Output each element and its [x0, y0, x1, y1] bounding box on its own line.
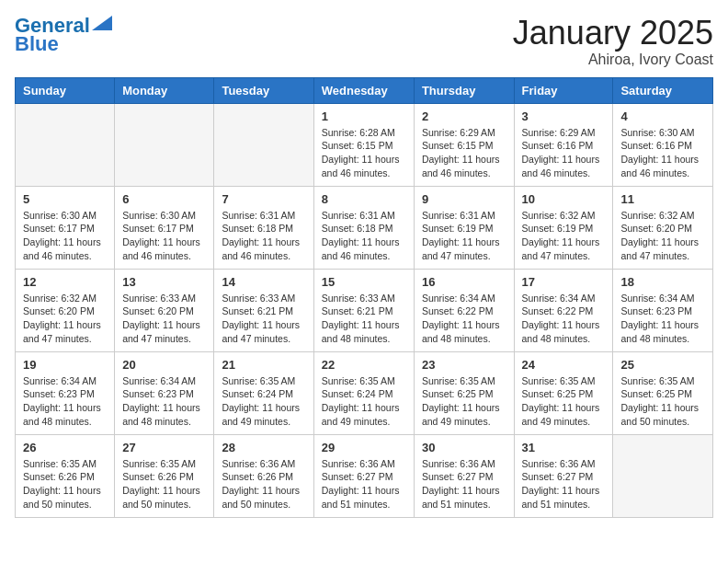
day-info: Sunrise: 6:36 AMSunset: 6:27 PMDaylight:… [422, 457, 506, 511]
calendar-day: 5Sunrise: 6:30 AMSunset: 6:17 PMDaylight… [16, 186, 115, 269]
day-info: Sunrise: 6:29 AMSunset: 6:15 PMDaylight:… [422, 126, 506, 180]
week-row: 5Sunrise: 6:30 AMSunset: 6:17 PMDaylight… [16, 186, 713, 269]
day-info: Sunrise: 6:31 AMSunset: 6:18 PMDaylight:… [322, 209, 406, 263]
calendar-day: 7Sunrise: 6:31 AMSunset: 6:18 PMDaylight… [214, 186, 313, 269]
day-info: Sunrise: 6:33 AMSunset: 6:20 PMDaylight:… [122, 292, 206, 346]
day-number: 14 [222, 275, 305, 289]
calendar-day: 4Sunrise: 6:30 AMSunset: 6:16 PMDaylight… [613, 103, 713, 186]
day-number: 18 [620, 275, 705, 289]
day-number: 12 [23, 275, 107, 289]
day-number: 5 [23, 192, 107, 206]
calendar-day: 11Sunrise: 6:32 AMSunset: 6:20 PMDayligh… [613, 186, 713, 269]
week-row: 19Sunrise: 6:34 AMSunset: 6:23 PMDayligh… [16, 351, 713, 434]
day-info: Sunrise: 6:32 AMSunset: 6:19 PMDaylight:… [522, 209, 606, 263]
day-info: Sunrise: 6:34 AMSunset: 6:22 PMDaylight:… [522, 292, 606, 346]
calendar-day: 8Sunrise: 6:31 AMSunset: 6:18 PMDaylight… [313, 186, 414, 269]
day-number: 26 [23, 441, 107, 454]
calendar-day: 24Sunrise: 6:35 AMSunset: 6:25 PMDayligh… [514, 351, 613, 434]
weekday-header: Thursday [414, 77, 514, 103]
weekday-header: Friday [514, 77, 613, 103]
day-number: 1 [322, 109, 406, 123]
day-info: Sunrise: 6:35 AMSunset: 6:26 PMDaylight:… [122, 457, 206, 511]
day-info: Sunrise: 6:36 AMSunset: 6:26 PMDaylight:… [222, 457, 305, 511]
calendar-day: 13Sunrise: 6:33 AMSunset: 6:20 PMDayligh… [115, 269, 214, 351]
day-info: Sunrise: 6:30 AMSunset: 6:17 PMDaylight:… [23, 209, 107, 263]
day-info: Sunrise: 6:34 AMSunset: 6:23 PMDaylight:… [23, 374, 107, 429]
day-number: 25 [620, 358, 705, 372]
day-number: 3 [522, 109, 606, 123]
day-info: Sunrise: 6:35 AMSunset: 6:24 PMDaylight:… [322, 374, 406, 429]
day-info: Sunrise: 6:31 AMSunset: 6:19 PMDaylight:… [422, 209, 506, 263]
day-info: Sunrise: 6:34 AMSunset: 6:23 PMDaylight:… [620, 292, 705, 346]
logo: General Blue [15, 15, 112, 55]
day-info: Sunrise: 6:33 AMSunset: 6:21 PMDaylight:… [222, 292, 305, 346]
day-info: Sunrise: 6:32 AMSunset: 6:20 PMDaylight:… [620, 209, 705, 263]
day-info: Sunrise: 6:36 AMSunset: 6:27 PMDaylight:… [522, 457, 606, 511]
day-info: Sunrise: 6:35 AMSunset: 6:25 PMDaylight:… [522, 374, 606, 429]
day-number: 31 [522, 441, 606, 454]
day-info: Sunrise: 6:30 AMSunset: 6:16 PMDaylight:… [620, 126, 705, 180]
day-number: 24 [522, 358, 606, 372]
day-info: Sunrise: 6:35 AMSunset: 6:25 PMDaylight:… [620, 374, 705, 429]
day-number: 19 [23, 358, 107, 372]
day-info: Sunrise: 6:32 AMSunset: 6:20 PMDaylight:… [23, 292, 107, 346]
day-number: 6 [122, 192, 206, 206]
calendar-day: 29Sunrise: 6:36 AMSunset: 6:27 PMDayligh… [313, 434, 414, 517]
calendar-day: 20Sunrise: 6:34 AMSunset: 6:23 PMDayligh… [115, 351, 214, 434]
day-info: Sunrise: 6:33 AMSunset: 6:21 PMDaylight:… [322, 292, 406, 346]
logo-blue: Blue [15, 33, 59, 55]
day-number: 13 [122, 275, 206, 289]
day-number: 4 [620, 109, 705, 123]
day-number: 17 [522, 275, 606, 289]
day-number: 16 [422, 275, 506, 289]
calendar-day: 14Sunrise: 6:33 AMSunset: 6:21 PMDayligh… [214, 269, 313, 351]
calendar-day: 28Sunrise: 6:36 AMSunset: 6:26 PMDayligh… [214, 434, 313, 517]
calendar-day: 19Sunrise: 6:34 AMSunset: 6:23 PMDayligh… [16, 351, 115, 434]
logo-icon [92, 16, 112, 30]
week-row: 12Sunrise: 6:32 AMSunset: 6:20 PMDayligh… [16, 269, 713, 351]
week-row: 26Sunrise: 6:35 AMSunset: 6:26 PMDayligh… [16, 434, 713, 517]
day-info: Sunrise: 6:36 AMSunset: 6:27 PMDaylight:… [322, 457, 406, 511]
calendar-day: 31Sunrise: 6:36 AMSunset: 6:27 PMDayligh… [514, 434, 613, 517]
weekday-header-row: SundayMondayTuesdayWednesdayThursdayFrid… [16, 77, 713, 103]
day-number: 30 [422, 441, 506, 454]
day-number: 28 [222, 441, 305, 454]
calendar-table: SundayMondayTuesdayWednesdayThursdayFrid… [15, 77, 713, 518]
week-row: 1Sunrise: 6:28 AMSunset: 6:15 PMDaylight… [16, 103, 713, 186]
day-info: Sunrise: 6:35 AMSunset: 6:24 PMDaylight:… [222, 374, 305, 429]
calendar-day [613, 434, 713, 517]
day-info: Sunrise: 6:29 AMSunset: 6:16 PMDaylight:… [522, 126, 606, 180]
day-info: Sunrise: 6:34 AMSunset: 6:22 PMDaylight:… [422, 292, 506, 346]
day-info: Sunrise: 6:35 AMSunset: 6:25 PMDaylight:… [422, 374, 506, 429]
calendar-day: 21Sunrise: 6:35 AMSunset: 6:24 PMDayligh… [214, 351, 313, 434]
calendar-day: 17Sunrise: 6:34 AMSunset: 6:22 PMDayligh… [514, 269, 613, 351]
calendar-day: 23Sunrise: 6:35 AMSunset: 6:25 PMDayligh… [414, 351, 514, 434]
day-info: Sunrise: 6:30 AMSunset: 6:17 PMDaylight:… [122, 209, 206, 263]
day-number: 9 [422, 192, 506, 206]
weekday-header: Monday [115, 77, 214, 103]
day-info: Sunrise: 6:31 AMSunset: 6:18 PMDaylight:… [222, 209, 305, 263]
calendar-day: 27Sunrise: 6:35 AMSunset: 6:26 PMDayligh… [115, 434, 214, 517]
calendar-day: 1Sunrise: 6:28 AMSunset: 6:15 PMDaylight… [313, 103, 414, 186]
weekday-header: Sunday [16, 77, 115, 103]
day-info: Sunrise: 6:35 AMSunset: 6:26 PMDaylight:… [23, 457, 107, 511]
calendar-day [115, 103, 214, 186]
day-number: 15 [322, 275, 406, 289]
calendar-day: 3Sunrise: 6:29 AMSunset: 6:16 PMDaylight… [514, 103, 613, 186]
svg-marker-0 [92, 16, 112, 30]
day-number: 7 [222, 192, 305, 206]
day-number: 10 [522, 192, 606, 206]
calendar-day: 18Sunrise: 6:34 AMSunset: 6:23 PMDayligh… [613, 269, 713, 351]
calendar-day: 16Sunrise: 6:34 AMSunset: 6:22 PMDayligh… [414, 269, 514, 351]
weekday-header: Wednesday [313, 77, 414, 103]
day-number: 29 [322, 441, 406, 454]
day-number: 11 [620, 192, 705, 206]
weekday-header: Saturday [613, 77, 713, 103]
month-title: January 2025 [513, 15, 713, 52]
calendar-day: 10Sunrise: 6:32 AMSunset: 6:19 PMDayligh… [514, 186, 613, 269]
day-number: 8 [322, 192, 406, 206]
calendar-day: 2Sunrise: 6:29 AMSunset: 6:15 PMDaylight… [414, 103, 514, 186]
weekday-header: Tuesday [214, 77, 313, 103]
calendar-day: 26Sunrise: 6:35 AMSunset: 6:26 PMDayligh… [16, 434, 115, 517]
location: Ahiroa, Ivory Coast [513, 52, 713, 68]
